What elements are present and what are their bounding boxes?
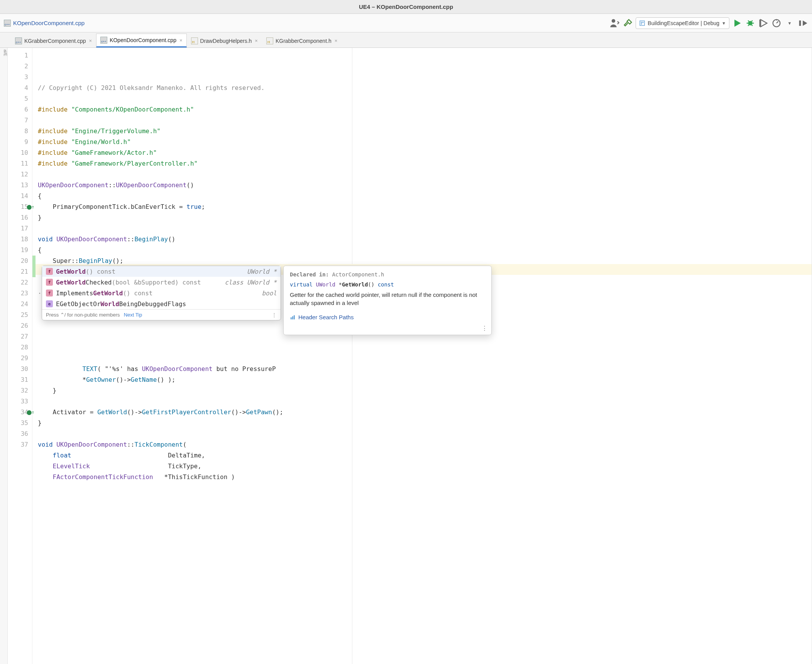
line-number[interactable]: 26 (8, 320, 28, 331)
line-number[interactable]: 33 (8, 396, 28, 407)
code-line[interactable] (38, 429, 812, 439)
header-search-paths-link[interactable]: Header Search Paths (290, 314, 485, 320)
line-number[interactable]: 2 (8, 61, 28, 72)
line-number[interactable]: 35 (8, 418, 28, 429)
side-panel-strip[interactable]: al/E (0, 48, 8, 664)
line-number[interactable]: 34⬤↑ (8, 407, 28, 418)
override-marker-icon[interactable]: ⬤↑ (27, 407, 34, 418)
code-line[interactable]: UKOpenDoorComponent::UKOpenDoorComponent… (38, 180, 812, 191)
code-line[interactable]: #include "Engine/TriggerVolume.h" (38, 126, 812, 137)
run-button[interactable] (732, 18, 743, 29)
code-line[interactable]: { (38, 245, 812, 256)
line-gutter[interactable]: 123456789101112131415⬤↑16171819202122232… (8, 48, 32, 664)
code-line[interactable]: #include "GameFramework/PlayerController… (38, 158, 812, 169)
code-line[interactable]: TEXT( "'%s' has UKOpenDoorComponent but … (38, 364, 812, 374)
code-line[interactable] (38, 396, 812, 407)
debug-button[interactable] (745, 18, 756, 29)
line-number[interactable]: 24 (8, 299, 28, 310)
file-breadcrumb[interactable]: c++ KOpenDoorComponent.cpp (4, 20, 85, 27)
line-number[interactable]: 28 (8, 342, 28, 353)
line-number[interactable]: 30 (8, 364, 28, 374)
close-icon[interactable]: × (179, 37, 183, 43)
line-number[interactable]: 5 (8, 93, 28, 104)
code-line[interactable]: #include "GameFramework/Actor.h" (38, 147, 812, 158)
close-icon[interactable]: × (89, 38, 92, 44)
line-number[interactable]: 17 (8, 223, 28, 234)
code-line[interactable] (38, 115, 812, 126)
svg-rect-8 (291, 317, 292, 319)
autocomplete-item[interactable]: eEGetObjectOrWorldBeingDebuggedFlags (42, 298, 281, 309)
code-line[interactable] (38, 93, 812, 104)
editor-tab[interactable]: HKGrabberComponent.h× (262, 34, 342, 47)
line-number[interactable]: 14 (8, 191, 28, 202)
attach-button[interactable]: ▼ (784, 18, 795, 29)
line-number[interactable]: 3 (8, 72, 28, 83)
code-line[interactable] (38, 353, 812, 364)
autocomplete-item[interactable]: fImplementsGetWorld() constbool (42, 288, 281, 298)
line-number[interactable]: 29 (8, 353, 28, 364)
line-number[interactable]: 4 (8, 83, 28, 93)
autocomplete-item[interactable]: fGetWorld() constUWorld * (42, 266, 281, 277)
close-icon[interactable]: × (335, 38, 338, 44)
line-number[interactable]: 9 (8, 137, 28, 147)
doc-more-icon[interactable]: ⋮ (482, 325, 487, 332)
override-marker-icon[interactable]: ⬤↑ (27, 202, 34, 212)
line-number[interactable]: 11 (8, 158, 28, 169)
line-number[interactable]: 22 (8, 277, 28, 288)
code-line[interactable]: Activator = GetWorld()->GetFirstPlayerCo… (38, 407, 812, 418)
line-number[interactable]: 8 (8, 126, 28, 137)
code-line[interactable]: } (38, 385, 812, 396)
build-hammer-icon[interactable] (623, 18, 633, 29)
code-line[interactable] (38, 169, 812, 180)
next-tip-link[interactable]: Next Tip (124, 312, 142, 318)
code-line[interactable] (38, 342, 812, 353)
line-number[interactable]: 27 (8, 331, 28, 342)
editor-tab[interactable]: c++KGrabberComponent.cpp× (11, 34, 96, 47)
user-icon[interactable] (609, 18, 620, 29)
line-number[interactable]: 13 (8, 180, 28, 191)
line-number[interactable]: 21 (8, 266, 28, 277)
code-line[interactable]: { (38, 191, 812, 202)
line-number[interactable]: 37 (8, 439, 28, 450)
code-line[interactable]: #include "Components/KOpenDoorComponent.… (38, 104, 812, 115)
editor-tab[interactable]: c++KOpenDoorComponent.cpp× (96, 34, 186, 47)
code-line[interactable]: #include "Engine/World.h" (38, 137, 812, 147)
coverage-button[interactable] (758, 18, 769, 29)
autocomplete-item[interactable]: fGetWorldChecked(bool &bSupported) const… (42, 277, 281, 288)
line-number[interactable]: 36 (8, 429, 28, 439)
line-number[interactable]: 6 (8, 104, 28, 115)
line-number[interactable]: 31 (8, 374, 28, 385)
line-number[interactable]: 15⬤↑ (8, 202, 28, 212)
line-number[interactable]: 32 (8, 385, 28, 396)
editor-tab[interactable]: HDrawDebugHelpers.h× (187, 34, 262, 47)
line-number[interactable]: 25 (8, 310, 28, 320)
completion-return-type: bool (262, 290, 277, 297)
line-number[interactable]: 23 (8, 288, 28, 299)
line-number[interactable]: 19 (8, 245, 28, 256)
line-number[interactable]: 18 (8, 234, 28, 245)
line-number[interactable]: 1 (8, 50, 28, 61)
more-icon[interactable]: ⋮ (272, 312, 277, 318)
line-number[interactable]: 7 (8, 115, 28, 126)
code-line[interactable]: float DeltaTime, (38, 450, 812, 461)
line-number[interactable]: 20 (8, 256, 28, 266)
code-line[interactable] (38, 223, 812, 234)
line-number[interactable]: 12 (8, 169, 28, 180)
line-number[interactable]: 16 (8, 212, 28, 223)
code-editor[interactable]: // Copyright (C) 2021 Oleksandr Manenko.… (36, 48, 812, 664)
code-line[interactable]: ELevelTick TickType, (38, 461, 812, 472)
profile-button[interactable] (771, 18, 782, 29)
code-line[interactable]: // Copyright (C) 2021 Oleksandr Manenko.… (38, 83, 812, 93)
stop-button[interactable] (797, 18, 808, 29)
code-line[interactable]: void UKOpenDoorComponent::BeginPlay() (38, 234, 812, 245)
code-line[interactable]: PrimaryComponentTick.bCanEverTick = true… (38, 202, 812, 212)
run-configuration-select[interactable]: BuildingEscapeEditor | Debug ▼ (636, 17, 729, 29)
code-line[interactable]: } (38, 212, 812, 223)
close-icon[interactable]: × (255, 38, 258, 44)
code-line[interactable]: *GetOwner()->GetName() ); (38, 374, 812, 385)
autocomplete-popup[interactable]: fGetWorld() constUWorld *fGetWorldChecke… (42, 266, 281, 320)
code-line[interactable]: FActorComponentTickFunction *ThisTickFun… (38, 472, 812, 483)
line-number[interactable]: 10 (8, 147, 28, 158)
code-line[interactable]: } (38, 418, 812, 429)
code-line[interactable]: void UKOpenDoorComponent::TickComponent( (38, 439, 812, 450)
